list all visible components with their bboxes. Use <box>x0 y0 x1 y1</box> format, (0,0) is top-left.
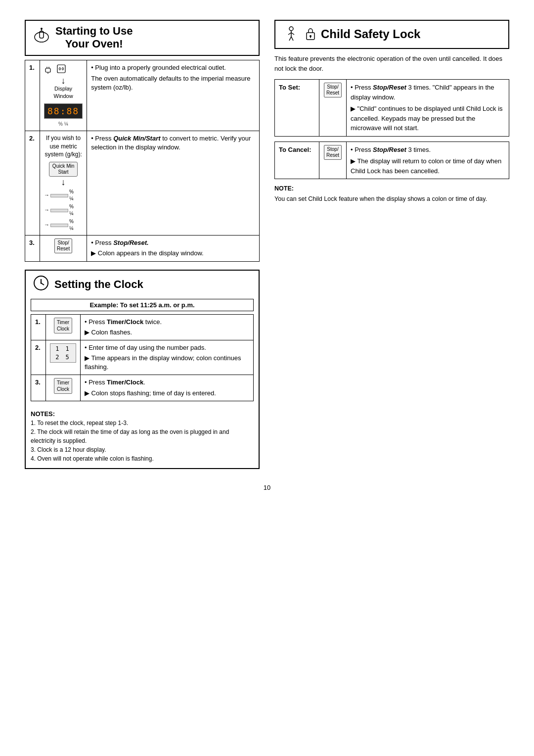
arrow-right-icon: → <box>44 191 49 199</box>
clock-steps-table: 1. TimerClock • Press Timer/Clock twice.… <box>31 314 254 401</box>
arrow-down-2-icon: ↓ <box>44 178 83 187</box>
starting-section-header: Starting to UseYour Oven! <box>25 20 260 56</box>
table-row: To Set: Stop/Reset • Press Stop/Reset 3 … <box>275 80 509 137</box>
to-cancel-icon-cell: Stop/Reset <box>319 142 347 179</box>
clock-note-3: 3. Clock is a 12 hour display. <box>31 445 254 454</box>
step-1-instruction-1: Plug into a properly grounded electrical… <box>91 63 255 72</box>
clock-note-1: 1. To reset the clock, repeat step 1-3. <box>31 419 254 427</box>
left-column: Starting to UseYour Oven! 1. <box>25 20 260 469</box>
right-column: Child Safety Lock This feature prevents … <box>274 20 509 204</box>
clock-step-2-instruction-1: • Enter time of day using the number pad… <box>85 343 249 352</box>
to-cancel-label: To Cancel: <box>275 142 319 179</box>
clock-title: Setting the Clock <box>54 278 143 291</box>
svg-line-19 <box>289 37 291 41</box>
to-set-instruction-1: • Press Stop/Reset 3 times. "Child" appe… <box>351 83 505 102</box>
clock-step-3-icon: TimerClock <box>46 375 81 401</box>
clock-content: Example: To set 11:25 a.m. or p.m. 1. Ti… <box>26 299 259 469</box>
clock-step-1-instruction-2: ▶ Colon flashes. <box>85 328 249 337</box>
timer-clock-button-1[interactable]: TimerClock <box>54 318 72 333</box>
step-2-instruction: • Press Quick Min/Start to convert to me… <box>91 134 255 152</box>
starting-title: Starting to UseYour Oven! <box>55 25 133 51</box>
step-2-num: 2. <box>25 131 40 235</box>
to-cancel-text: • Press Stop/Reset 3 times. ▶ The displa… <box>347 142 509 179</box>
svg-rect-8 <box>57 65 65 73</box>
to-set-table: To Set: Stop/Reset • Press Stop/Reset 3 … <box>274 79 509 137</box>
note-label: NOTE: <box>274 184 509 193</box>
table-row: 2. 1 1 2 5 • Enter time of day using the… <box>31 340 254 375</box>
to-cancel-instruction-1: • Press Stop/Reset 3 times. <box>351 145 505 155</box>
clock-step-2-instruction-2: ▶ Time appears in the display window; co… <box>85 354 249 372</box>
step-3-instruction-2: ▶ Colon appears in the display window. <box>91 249 255 258</box>
clock-step-1-icon: TimerClock <box>46 314 81 340</box>
stop-reset-button-cancel[interactable]: Stop/Reset <box>324 145 342 160</box>
step-3-icon: Stop/Reset <box>40 236 87 261</box>
step-1-icon: ↓ Display Window 88:88 % ¼ <box>40 60 87 131</box>
notes-label: NOTES: <box>31 410 55 418</box>
arrow-down-icon: ↓ <box>44 76 83 85</box>
display-window-label: Display Window <box>44 85 83 100</box>
svg-rect-4 <box>45 68 50 72</box>
oven-hand-icon <box>33 27 50 48</box>
step-2-icon: If you wish to use metric system (g/kg):… <box>40 131 87 235</box>
clock-step-3-instruction-1: • Press Timer/Clock. <box>85 378 249 387</box>
unit-labels: % ¼ <box>44 121 83 128</box>
clock-notes: NOTES: 1. To reset the clock, repeat ste… <box>31 409 254 464</box>
step-1-instruction-2: The oven automatically defaults to the i… <box>91 74 255 92</box>
timer-clock-button-2[interactable]: TimerClock <box>54 378 72 394</box>
clock-step-3-text: • Press Timer/Clock. ▶ Colon stops flash… <box>81 375 254 401</box>
clock-icon <box>33 275 49 295</box>
svg-point-22 <box>310 35 312 37</box>
step-1-text: Plug into a properly grounded electrical… <box>87 60 260 131</box>
clock-step-1-text: • Press Timer/Clock twice. ▶ Colon flash… <box>81 314 254 340</box>
numpad-display: 1 1 2 5 <box>50 343 76 363</box>
step-3-instruction-1: • Press Stop/Reset. <box>91 238 255 247</box>
to-cancel-table: To Cancel: Stop/Reset • Press Stop/Reset… <box>274 142 509 180</box>
unit-oz-label: %¼ <box>69 218 74 232</box>
stop-reset-button-1[interactable]: Stop/Reset <box>54 238 72 253</box>
to-set-text: • Press Stop/Reset 3 times. "Child" appe… <box>347 80 509 137</box>
clock-step-3-num: 3. <box>31 375 46 401</box>
quick-min-start-button[interactable]: Quick MinStart <box>49 162 78 177</box>
clock-section: Setting the Clock Example: To set 11:25 … <box>25 270 260 470</box>
arrow-right-2-icon: → <box>44 206 49 214</box>
svg-line-18 <box>291 33 294 35</box>
svg-point-9 <box>59 67 61 70</box>
svg-point-3 <box>41 28 43 30</box>
clock-step-3-instruction-2: ▶ Colon stops flashing; time of day is e… <box>85 389 249 398</box>
starting-steps-table: 1. <box>25 60 260 262</box>
metric-display: → %¼ → %¼ → %¼ <box>44 189 83 232</box>
table-row: 1. <box>25 60 260 131</box>
table-row: To Cancel: Stop/Reset • Press Stop/Reset… <box>275 142 509 179</box>
child-safety-icon <box>282 25 300 44</box>
stop-reset-button-set[interactable]: Stop/Reset <box>324 83 342 97</box>
child-safety-title: Child Safety Lock <box>321 27 420 42</box>
step-3-text: • Press Stop/Reset. ▶ Colon appears in t… <box>87 236 260 261</box>
unit-kg-label: %¼ <box>69 203 74 217</box>
note-text: You can set Child Lock feature when the … <box>274 195 487 202</box>
svg-point-10 <box>62 67 64 70</box>
child-safety-header: Child Safety Lock <box>274 20 509 49</box>
clock-section-header: Setting the Clock <box>26 271 259 299</box>
page-number: 10 <box>25 484 509 491</box>
to-cancel-instruction-2: ▶ The display will return to colon or ti… <box>351 156 505 176</box>
example-bar: Example: To set 11:25 a.m. or p.m. <box>31 299 254 311</box>
svg-point-15 <box>289 27 293 31</box>
svg-line-20 <box>291 37 293 41</box>
clock-note-2: 2. The clock will retain the time of day… <box>31 427 254 445</box>
step-1-num: 1. <box>25 60 40 131</box>
svg-point-14 <box>41 282 42 284</box>
step-2-text: • Press Quick Min/Start to convert to me… <box>87 131 260 235</box>
svg-point-0 <box>35 32 48 42</box>
unit-g-label: %¼ <box>69 189 74 202</box>
arrow-right-3-icon: → <box>44 221 49 229</box>
plug-icon <box>44 63 55 74</box>
child-safety-intro: This feature prevents the electronic ope… <box>274 54 509 73</box>
table-row: 2. If you wish to use metric system (g/k… <box>25 131 260 235</box>
clock-step-1-instruction-1: • Press Timer/Clock twice. <box>85 318 249 327</box>
table-row: 1. TimerClock • Press Timer/Clock twice.… <box>31 314 254 340</box>
clock-note-4: 4. Oven will not operate while colon is … <box>31 454 254 463</box>
display-window: 88:88 <box>44 103 83 119</box>
lock-icon <box>305 27 316 42</box>
clock-step-1-num: 1. <box>31 314 46 340</box>
clock-step-2-num: 2. <box>31 340 46 375</box>
